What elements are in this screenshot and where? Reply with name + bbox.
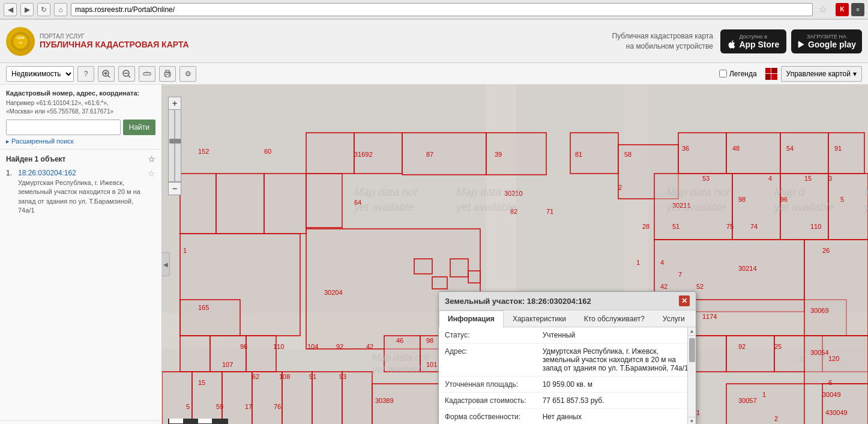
svg-text:165: 165 — [198, 304, 209, 311]
zoom-out-button[interactable]: − — [168, 182, 181, 195]
svg-rect-38 — [306, 174, 342, 228]
kaspersky-icon: K — [836, 3, 849, 16]
manage-map-button[interactable]: Управление картой ▾ — [781, 66, 862, 82]
svg-rect-37 — [264, 174, 306, 234]
svg-text:6: 6 — [828, 379, 832, 386]
search-input[interactable] — [6, 120, 121, 135]
svg-text:1174: 1174 — [702, 313, 717, 320]
help-button[interactable]: ? — [77, 66, 94, 82]
table-row: Кадастровая стоимость: 77 651 857.53 руб… — [439, 393, 696, 409]
reload-button[interactable]: ↻ — [37, 3, 50, 16]
logo-text: ПОРТАЛ УСЛУГ ПУБЛИЧНАЯ КАДАСТРОВАЯ КАРТА — [40, 33, 189, 49]
svg-text:42: 42 — [660, 283, 668, 290]
settings-button[interactable]: ⚙ — [179, 66, 196, 82]
svg-text:25: 25 — [774, 343, 782, 350]
svg-text:91: 91 — [309, 373, 316, 380]
scrollbar[interactable]: ▲ ▼ — [687, 327, 696, 424]
layer-dropdown[interactable]: Недвижимость — [6, 66, 74, 82]
value-status: Учтенный — [537, 327, 696, 344]
scroll-up-button[interactable]: ▲ — [688, 327, 696, 336]
browser-menu-icon[interactable]: ≡ — [851, 3, 864, 16]
table-row: Адрес: Удмуртская Республика, г. Ижевск,… — [439, 344, 696, 377]
svg-text:71: 71 — [546, 208, 553, 215]
legend-checkbox[interactable] — [719, 70, 727, 77]
dropdown-arrow-icon: ▾ — [853, 70, 857, 78]
appstore-badge[interactable]: Доступно в App Store — [720, 29, 786, 53]
svg-text:30389: 30389 — [375, 397, 394, 404]
search-hint: Например «61:6:10104:12», «61:6:*», «Мос… — [6, 99, 155, 116]
svg-line-10 — [128, 76, 130, 77]
svg-text:75: 75 — [726, 223, 734, 230]
results-section: Найден 1 объект ☆ 1. 18:26:030204:162 Уд… — [0, 150, 161, 420]
appstore-name: App Store — [727, 40, 779, 49]
svg-text:110: 110 — [273, 343, 284, 350]
zoom-controls: + − — [168, 97, 181, 195]
forward-button[interactable]: ▶ — [20, 3, 34, 16]
label-cadastral-value: Кадастровая стоимость: — [439, 393, 537, 409]
zoom-in-tool[interactable] — [98, 66, 115, 82]
svg-text:7: 7 — [678, 271, 682, 278]
measure-tool[interactable] — [139, 66, 155, 82]
svg-text:107: 107 — [222, 361, 233, 368]
value-area: 10 959.00 кв. м — [537, 377, 696, 393]
svg-text:54: 54 — [786, 145, 794, 152]
svg-text:31692: 31692 — [354, 151, 373, 158]
result-address: Удмуртская Республика, г. Ижевск, земель… — [18, 178, 145, 216]
svg-rect-73 — [822, 384, 868, 424]
svg-text:30049: 30049 — [822, 391, 841, 398]
info-dialog: Земельный участок: 18:26:030204:162 ✕ Ин… — [438, 291, 696, 424]
scroll-thumb[interactable] — [689, 338, 695, 362]
promo-text: Публичная кадастровая карта на мобильном… — [612, 31, 713, 52]
label-ownership: Форма собственности: — [439, 409, 537, 425]
zoom-out-tool[interactable] — [118, 66, 135, 82]
svg-text:108: 108 — [279, 373, 290, 380]
back-button[interactable]: ◀ — [4, 3, 17, 16]
browser-chrome: ◀ ▶ ↻ ⌂ ☆ K ≡ — [0, 0, 868, 20]
svg-text:4: 4 — [660, 259, 664, 266]
scale-line: 0 50 100м — [168, 419, 228, 424]
svg-text:52: 52 — [696, 283, 704, 290]
svg-rect-69 — [726, 336, 774, 372]
svg-text:yet available: yet available — [773, 201, 834, 213]
legend-checkbox-label[interactable]: Легенда — [719, 70, 757, 78]
logo-title: ПУБЛИЧНАЯ КАДАСТРОВАЯ КАРТА — [40, 40, 189, 49]
zoom-slider[interactable] — [168, 110, 181, 182]
svg-text:17: 17 — [245, 403, 252, 410]
tab-services[interactable]: Услуги — [654, 310, 694, 327]
tab-characteristics[interactable]: Характеристики — [504, 310, 575, 327]
table-row: Форма собственности: Нет данных — [439, 409, 696, 425]
svg-text:yet available: yet available — [372, 365, 426, 375]
search-label: Кадастровый номер, адрес, координата: — [6, 89, 155, 97]
svg-text:Map: Map — [864, 186, 868, 198]
search-button[interactable]: Найти — [123, 120, 155, 135]
scroll-down-button[interactable]: ▼ — [688, 417, 696, 424]
tab-information[interactable]: Информация — [439, 310, 504, 327]
googleplay-badge[interactable]: ЗАГРУЗИТЕ НА Google play — [791, 29, 862, 53]
info-table: Статус: Учтенный Адрес: Удмуртская Респу… — [439, 327, 696, 424]
result-number: 1. — [6, 169, 16, 177]
svg-text:yrt a: yrt a — [863, 201, 868, 213]
favorite-icon[interactable]: ☆ — [148, 154, 155, 164]
googleplay-name: Google play — [797, 40, 856, 49]
svg-point-20 — [169, 73, 170, 74]
address-bar[interactable] — [71, 3, 813, 16]
zoom-handle[interactable] — [169, 139, 181, 144]
label-status: Статус: — [439, 327, 537, 344]
svg-text:1: 1 — [762, 391, 766, 398]
map-area[interactable]: 30204 30211 31692 87 39 81 58 36 48 54 9… — [162, 85, 868, 424]
search-row: Найти — [6, 120, 155, 135]
advanced-search-link[interactable]: ▸ Расширенный поиск — [6, 138, 74, 145]
map-toolbar: Недвижимость ? ⚙ Легенда Управление карт… — [0, 63, 868, 85]
result-favorite-icon[interactable]: ☆ — [148, 169, 155, 178]
svg-text:98: 98 — [738, 196, 746, 203]
result-cadastral-link[interactable]: 18:26:030204:162 — [18, 169, 145, 177]
home-button[interactable]: ⌂ — [54, 3, 67, 16]
bookmark-icon[interactable]: ☆ — [816, 3, 830, 16]
svg-text:3: 3 — [828, 175, 832, 182]
sidebar-collapse-button[interactable]: ◀ — [161, 252, 170, 276]
svg-text:1: 1 — [183, 247, 187, 254]
tab-service-provider[interactable]: Кто обслуживает? — [575, 310, 654, 327]
print-button[interactable] — [159, 66, 176, 82]
zoom-in-button[interactable]: + — [168, 97, 181, 110]
dialog-close-button[interactable]: ✕ — [679, 295, 690, 306]
